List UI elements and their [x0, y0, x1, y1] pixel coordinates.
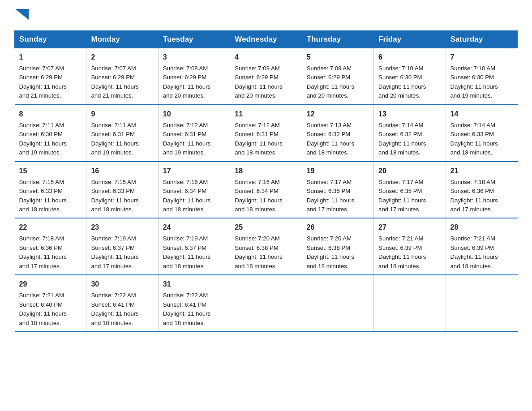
day-info: Sunrise: 7:18 AM Sunset: 6:36 PM Dayligh… [19, 234, 82, 271]
header-tuesday: Tuesday [158, 31, 230, 48]
day-info: Sunrise: 7:07 AM Sunset: 6:29 PM Dayligh… [91, 64, 153, 101]
calendar-header-row: SundayMondayTuesdayWednesdayThursdayFrid… [15, 31, 518, 48]
calendar-week-row: 1 Sunrise: 7:07 AM Sunset: 6:29 PM Dayli… [15, 48, 518, 105]
day-number: 18 [235, 166, 297, 176]
calendar-cell: 28 Sunrise: 7:21 AM Sunset: 6:39 PM Dayl… [446, 218, 517, 275]
day-number: 20 [378, 166, 441, 176]
day-info: Sunrise: 7:07 AM Sunset: 6:29 PM Dayligh… [19, 64, 82, 101]
calendar-week-row: 22 Sunrise: 7:18 AM Sunset: 6:36 PM Dayl… [15, 218, 518, 275]
day-info: Sunrise: 7:12 AM Sunset: 6:31 PM Dayligh… [163, 121, 225, 158]
calendar-cell: 7 Sunrise: 7:10 AM Sunset: 6:30 PM Dayli… [446, 48, 517, 105]
day-number: 19 [307, 166, 369, 176]
calendar-cell: 29 Sunrise: 7:21 AM Sunset: 6:40 PM Dayl… [15, 275, 86, 332]
page-header [14, 11, 518, 22]
header-friday: Friday [374, 31, 446, 48]
day-number: 22 [19, 222, 82, 233]
day-info: Sunrise: 7:11 AM Sunset: 6:30 PM Dayligh… [19, 121, 82, 158]
calendar-cell: 14 Sunrise: 7:14 AM Sunset: 6:33 PM Dayl… [446, 105, 517, 162]
calendar-cell: 10 Sunrise: 7:12 AM Sunset: 6:31 PM Dayl… [158, 105, 230, 162]
day-info: Sunrise: 7:08 AM Sunset: 6:29 PM Dayligh… [163, 64, 225, 101]
day-number: 14 [450, 109, 513, 120]
header-thursday: Thursday [302, 31, 373, 48]
day-number: 26 [307, 222, 369, 233]
day-number: 15 [19, 166, 82, 176]
day-info: Sunrise: 7:17 AM Sunset: 6:35 PM Dayligh… [307, 178, 369, 214]
day-info: Sunrise: 7:21 AM Sunset: 6:40 PM Dayligh… [19, 291, 82, 328]
svg-marker-0 [15, 9, 29, 20]
day-number: 23 [91, 222, 153, 233]
calendar-cell: 9 Sunrise: 7:11 AM Sunset: 6:31 PM Dayli… [86, 105, 158, 162]
day-info: Sunrise: 7:10 AM Sunset: 6:30 PM Dayligh… [378, 64, 441, 101]
day-info: Sunrise: 7:15 AM Sunset: 6:33 PM Dayligh… [19, 178, 82, 214]
day-info: Sunrise: 7:09 AM Sunset: 6:29 PM Dayligh… [235, 64, 297, 101]
day-number: 1 [19, 52, 82, 63]
day-number: 8 [19, 109, 82, 120]
day-number: 10 [163, 109, 225, 120]
calendar-cell: 22 Sunrise: 7:18 AM Sunset: 6:36 PM Dayl… [15, 218, 86, 275]
day-info: Sunrise: 7:10 AM Sunset: 6:30 PM Dayligh… [450, 64, 513, 101]
calendar-cell [446, 275, 517, 332]
header-sunday: Sunday [15, 31, 86, 48]
calendar-week-row: 29 Sunrise: 7:21 AM Sunset: 6:40 PM Dayl… [15, 275, 518, 332]
calendar-cell: 25 Sunrise: 7:20 AM Sunset: 6:38 PM Dayl… [230, 218, 302, 275]
day-info: Sunrise: 7:18 AM Sunset: 6:36 PM Dayligh… [450, 178, 513, 214]
calendar-cell: 20 Sunrise: 7:17 AM Sunset: 6:35 PM Dayl… [374, 162, 446, 218]
calendar-cell: 21 Sunrise: 7:18 AM Sunset: 6:36 PM Dayl… [446, 162, 517, 218]
day-number: 12 [307, 109, 369, 120]
calendar-cell: 24 Sunrise: 7:19 AM Sunset: 6:37 PM Dayl… [158, 218, 230, 275]
day-info: Sunrise: 7:21 AM Sunset: 6:39 PM Dayligh… [378, 234, 441, 271]
calendar-cell: 17 Sunrise: 7:16 AM Sunset: 6:34 PM Dayl… [158, 162, 230, 218]
day-number: 5 [307, 52, 369, 63]
day-info: Sunrise: 7:20 AM Sunset: 6:38 PM Dayligh… [307, 234, 369, 271]
calendar-cell: 11 Sunrise: 7:12 AM Sunset: 6:31 PM Dayl… [230, 105, 302, 162]
calendar-cell: 27 Sunrise: 7:21 AM Sunset: 6:39 PM Dayl… [374, 218, 446, 275]
day-info: Sunrise: 7:16 AM Sunset: 6:34 PM Dayligh… [235, 178, 297, 214]
calendar-cell: 31 Sunrise: 7:22 AM Sunset: 6:41 PM Dayl… [158, 275, 230, 332]
calendar-cell: 30 Sunrise: 7:22 AM Sunset: 6:41 PM Dayl… [86, 275, 158, 332]
calendar-cell: 13 Sunrise: 7:14 AM Sunset: 6:32 PM Dayl… [374, 105, 446, 162]
day-number: 7 [450, 52, 513, 63]
day-info: Sunrise: 7:11 AM Sunset: 6:31 PM Dayligh… [91, 121, 153, 158]
calendar-cell: 6 Sunrise: 7:10 AM Sunset: 6:30 PM Dayli… [374, 48, 446, 105]
day-number: 24 [163, 222, 225, 233]
day-info: Sunrise: 7:22 AM Sunset: 6:41 PM Dayligh… [91, 291, 153, 328]
day-number: 3 [163, 52, 225, 63]
calendar-cell: 16 Sunrise: 7:15 AM Sunset: 6:33 PM Dayl… [86, 162, 158, 218]
day-number: 2 [91, 52, 153, 63]
calendar-cell: 1 Sunrise: 7:07 AM Sunset: 6:29 PM Dayli… [15, 48, 86, 105]
day-number: 16 [91, 166, 153, 176]
logo [14, 11, 29, 22]
calendar-week-row: 15 Sunrise: 7:15 AM Sunset: 6:33 PM Dayl… [15, 162, 518, 218]
day-info: Sunrise: 7:15 AM Sunset: 6:33 PM Dayligh… [91, 178, 153, 214]
header-wednesday: Wednesday [230, 31, 302, 48]
day-info: Sunrise: 7:13 AM Sunset: 6:32 PM Dayligh… [307, 121, 369, 158]
day-info: Sunrise: 7:21 AM Sunset: 6:39 PM Dayligh… [450, 234, 513, 271]
day-info: Sunrise: 7:14 AM Sunset: 6:32 PM Dayligh… [378, 121, 441, 158]
day-number: 31 [163, 279, 225, 290]
day-number: 21 [450, 166, 513, 176]
calendar-cell: 12 Sunrise: 7:13 AM Sunset: 6:32 PM Dayl… [302, 105, 373, 162]
day-number: 25 [235, 222, 297, 233]
calendar-cell: 3 Sunrise: 7:08 AM Sunset: 6:29 PM Dayli… [158, 48, 230, 105]
calendar-cell: 15 Sunrise: 7:15 AM Sunset: 6:33 PM Dayl… [15, 162, 86, 218]
day-info: Sunrise: 7:12 AM Sunset: 6:31 PM Dayligh… [235, 121, 297, 158]
calendar-cell [302, 275, 373, 332]
calendar-cell: 8 Sunrise: 7:11 AM Sunset: 6:30 PM Dayli… [15, 105, 86, 162]
day-info: Sunrise: 7:19 AM Sunset: 6:37 PM Dayligh… [91, 234, 153, 271]
day-info: Sunrise: 7:16 AM Sunset: 6:34 PM Dayligh… [163, 178, 225, 214]
calendar-table: SundayMondayTuesdayWednesdayThursdayFrid… [14, 30, 518, 332]
calendar-cell: 2 Sunrise: 7:07 AM Sunset: 6:29 PM Dayli… [86, 48, 158, 105]
calendar-cell [374, 275, 446, 332]
day-number: 28 [450, 222, 513, 233]
calendar-cell: 4 Sunrise: 7:09 AM Sunset: 6:29 PM Dayli… [230, 48, 302, 105]
day-info: Sunrise: 7:19 AM Sunset: 6:37 PM Dayligh… [163, 234, 225, 271]
header-saturday: Saturday [446, 31, 517, 48]
calendar-cell: 26 Sunrise: 7:20 AM Sunset: 6:38 PM Dayl… [302, 218, 373, 275]
day-number: 4 [235, 52, 297, 63]
day-number: 29 [19, 279, 82, 290]
day-number: 27 [378, 222, 441, 233]
day-info: Sunrise: 7:22 AM Sunset: 6:41 PM Dayligh… [163, 291, 225, 328]
day-number: 11 [235, 109, 297, 120]
calendar-cell: 5 Sunrise: 7:09 AM Sunset: 6:29 PM Dayli… [302, 48, 373, 105]
day-info: Sunrise: 7:17 AM Sunset: 6:35 PM Dayligh… [378, 178, 441, 214]
